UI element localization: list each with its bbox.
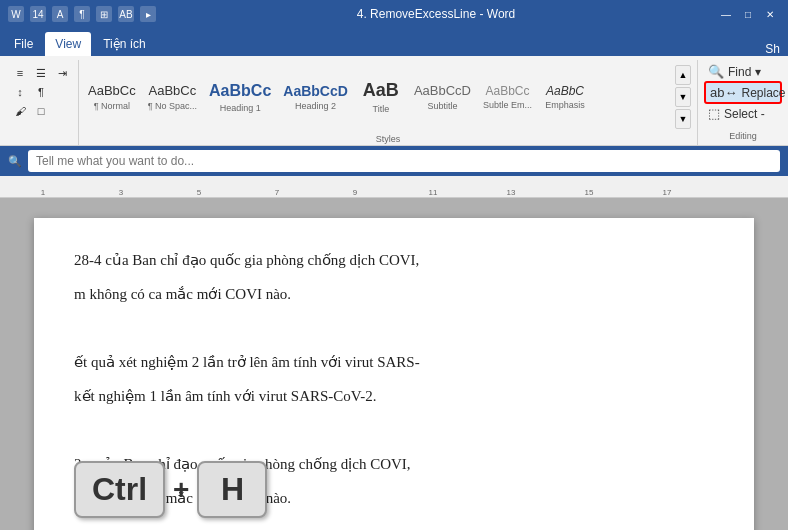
window-title: 4. RemoveExcessLine - Word: [357, 7, 516, 21]
para-mark-btn[interactable]: ¶: [31, 83, 51, 101]
style-subtitle-label: Subtitle: [427, 101, 457, 111]
plus-sign: +: [173, 474, 189, 506]
title-bar: W 14 A ¶ ⊞ AB ▸ 4. RemoveExcessLine - Wo…: [0, 0, 788, 28]
tab-view[interactable]: View: [45, 32, 91, 56]
style-nospace[interactable]: AaBbCc ¶ No Spac...: [143, 62, 202, 132]
indent-btn[interactable]: ⇥: [52, 64, 72, 82]
ruler-mark-1: 1: [41, 188, 45, 197]
style-normal-preview: AaBbCc: [88, 83, 136, 99]
tab-file[interactable]: File: [4, 32, 43, 56]
select-icon: ⬚: [708, 106, 720, 121]
doc-para-4: ết quả xét nghiệm 2 lần trở lên âm tính …: [74, 350, 714, 374]
border-btn[interactable]: □: [31, 102, 51, 120]
para-row-3: 🖌 □: [10, 102, 72, 120]
align-left-btn[interactable]: ≡: [10, 64, 30, 82]
style-subtle-em[interactable]: AaBbCc Subtle Em...: [478, 62, 537, 132]
style-subtle-preview: AaBbCc: [485, 84, 529, 98]
ribbon-tabs: File View Tiện ích Sh: [0, 28, 788, 56]
find-button[interactable]: 🔍 Find ▾: [704, 62, 782, 81]
select-button[interactable]: ⬚ Select -: [704, 104, 782, 123]
styles-scroll-up[interactable]: ▲: [675, 65, 691, 85]
style-subtitle-preview: AaBbCcD: [414, 83, 471, 99]
para-row-1: ≡ ☰ ⇥: [10, 64, 72, 82]
styles-scroll-down[interactable]: ▼: [675, 87, 691, 107]
styles-group: AaBbCc ¶ Normal AaBbCc ¶ No Spac... AaBb…: [79, 60, 698, 145]
find-label: Find: [728, 65, 751, 79]
paragraph-buttons: ≡ ☰ ⇥ ↕ ¶ 🖌 □: [8, 62, 74, 143]
editing-group: 🔍 Find ▾ ab↔ Replace ⬚ Select - Editing: [698, 60, 788, 145]
font-size-indicator: 14: [30, 6, 46, 22]
ruler-mark-2: 3: [119, 188, 123, 197]
font-color-icon: A: [52, 6, 68, 22]
find-icon: 🔍: [708, 64, 724, 79]
paragraph-group: ≡ ☰ ⇥ ↕ ¶ 🖌 □: [4, 60, 79, 145]
ruler-mark-5: 9: [353, 188, 357, 197]
style-h2-preview: AaBbCcD: [283, 83, 348, 100]
spacing-btn[interactable]: ↕: [10, 83, 30, 101]
format-icon: ¶: [74, 6, 90, 22]
ruler-mark-3: 5: [197, 188, 201, 197]
doc-para-5: kết nghiệm 1 lần âm tính với virut SARS-…: [74, 384, 714, 408]
style-icon: AB: [118, 6, 134, 22]
select-label: Select -: [724, 107, 765, 121]
style-subtitle[interactable]: AaBbCcD Subtitle: [409, 62, 476, 132]
document-page[interactable]: 28-4 của Ban chỉ đạo quốc gia phòng chốn…: [34, 218, 754, 530]
ruler-mark-9: 17: [663, 188, 672, 197]
style-heading1[interactable]: AaBbCc Heading 1: [204, 62, 276, 132]
minimize-button[interactable]: —: [716, 7, 736, 21]
keyboard-shortcut-overlay: Ctrl + H: [74, 461, 267, 518]
ruler-mark-6: 11: [429, 188, 438, 197]
style-emphasis[interactable]: AaBbC Emphasis: [539, 62, 591, 132]
ruler-mark-8: 15: [585, 188, 594, 197]
style-title-label: Title: [373, 104, 390, 114]
tab-tienich[interactable]: Tiện ích: [93, 32, 156, 56]
doc-para-2: m không có ca mắc mới COVI nào.: [74, 282, 714, 306]
styles-scroll: AaBbCc ¶ Normal AaBbCc ¶ No Spac... AaBb…: [83, 62, 671, 132]
doc-para-3: [74, 316, 714, 340]
ruler-mark-7: 13: [507, 188, 516, 197]
ruler-mark-4: 7: [275, 188, 279, 197]
window-controls: — □ ✕: [716, 7, 780, 21]
search-bar: 🔍: [0, 146, 788, 176]
style-subtle-label: Subtle Em...: [483, 100, 532, 110]
maximize-button[interactable]: □: [738, 7, 758, 21]
style-h1-label: Heading 1: [220, 103, 261, 113]
shading-btn[interactable]: 🖌: [10, 102, 30, 120]
style-normal[interactable]: AaBbCc ¶ Normal: [83, 62, 141, 132]
style-title[interactable]: AaB Title: [355, 62, 407, 132]
para-row-2: ↕ ¶: [10, 83, 72, 101]
styles-content: AaBbCc ¶ Normal AaBbCc ¶ No Spac... AaBb…: [83, 62, 693, 132]
style-h1-preview: AaBbCc: [209, 81, 271, 100]
style-nospace-label: ¶ No Spac...: [148, 101, 197, 111]
styles-arrows: ▲ ▼ ▼: [673, 63, 693, 131]
close-button[interactable]: ✕: [760, 7, 780, 21]
ribbon-toolbar: ≡ ☰ ⇥ ↕ ¶ 🖌 □ AaBbCc ¶ Normal: [0, 56, 788, 146]
ruler: 1 3 5 7 9 11 13 15 17: [0, 176, 788, 198]
find-arrow: ▾: [755, 65, 761, 79]
style-normal-label: ¶ Normal: [94, 101, 130, 111]
styles-expand[interactable]: ▼: [675, 109, 691, 129]
search-input[interactable]: [28, 150, 780, 172]
editing-group-label: Editing: [704, 131, 782, 143]
ribbon-tab-right: Sh: [765, 42, 788, 56]
style-title-preview: AaB: [363, 80, 399, 102]
misc-icon: ⊞: [96, 6, 112, 22]
styles-group-label: Styles: [83, 132, 693, 144]
style-emphasis-preview: AaBbC: [546, 84, 584, 98]
style-heading2[interactable]: AaBbCcD Heading 2: [278, 62, 353, 132]
title-bar-left: W 14 A ¶ ⊞ AB ▸: [8, 6, 156, 22]
search-icon: 🔍: [8, 155, 22, 168]
style-emphasis-label: Emphasis: [545, 100, 585, 110]
h-key: H: [197, 461, 267, 518]
style-h2-label: Heading 2: [295, 101, 336, 111]
user-avatar: Sh: [765, 42, 780, 56]
replace-icon: ab↔: [710, 85, 737, 100]
paragraph-btn-group: ≡ ☰ ⇥ ↕ ¶ 🖌 □: [8, 62, 74, 122]
doc-para-1: 28-4 của Ban chỉ đạo quốc gia phòng chốn…: [74, 248, 714, 272]
list-btn[interactable]: ☰: [31, 64, 51, 82]
ctrl-key: Ctrl: [74, 461, 165, 518]
arrow-icon: ▸: [140, 6, 156, 22]
replace-button[interactable]: ab↔ Replace: [704, 81, 782, 104]
replace-label: Replace: [741, 86, 785, 100]
document-area: 28-4 của Ban chỉ đạo quốc gia phòng chốn…: [0, 198, 788, 530]
